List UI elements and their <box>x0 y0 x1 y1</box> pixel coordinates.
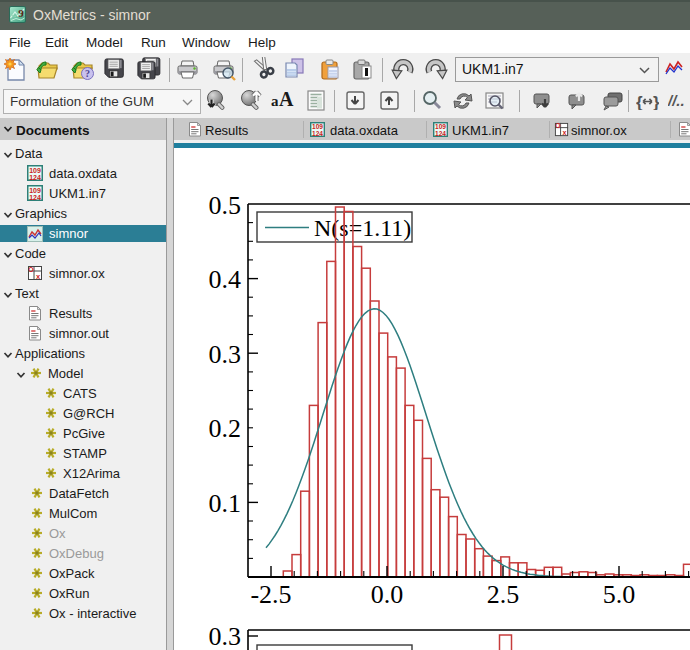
svg-text://..: //.. <box>668 92 685 109</box>
svg-text:124: 124 <box>435 130 446 137</box>
svg-text:x: x <box>562 129 566 136</box>
svg-text:?: ? <box>85 68 90 79</box>
svg-text:124: 124 <box>29 174 41 181</box>
svg-text:0.3: 0.3 <box>209 622 242 650</box>
svg-text:0.4: 0.4 <box>209 265 242 294</box>
svg-text:N(s=1.11): N(s=1.11) <box>314 215 411 241</box>
svg-text:2.5: 2.5 <box>487 580 520 609</box>
svg-text:0.3: 0.3 <box>209 340 242 369</box>
svg-text:9: 9 <box>18 7 24 19</box>
svg-text:124: 124 <box>312 130 323 137</box>
svg-text:a: a <box>271 93 279 109</box>
svg-text:O: O <box>555 122 560 129</box>
svg-text:-2.5: -2.5 <box>250 580 291 609</box>
svg-text:A: A <box>279 89 294 110</box>
svg-text:0.2: 0.2 <box>209 414 242 443</box>
svg-text:124: 124 <box>29 194 41 201</box>
svg-text:0.1: 0.1 <box>209 489 242 518</box>
svg-text:109: 109 <box>29 187 41 194</box>
svg-text:}: } <box>653 93 659 110</box>
svg-text:0.0: 0.0 <box>371 580 404 609</box>
svg-text:{: { <box>636 93 643 110</box>
svg-text:O: O <box>28 266 34 273</box>
svg-text:5.0: 5.0 <box>603 580 636 609</box>
svg-text:0.5: 0.5 <box>209 191 242 220</box>
svg-text:109: 109 <box>29 167 41 174</box>
